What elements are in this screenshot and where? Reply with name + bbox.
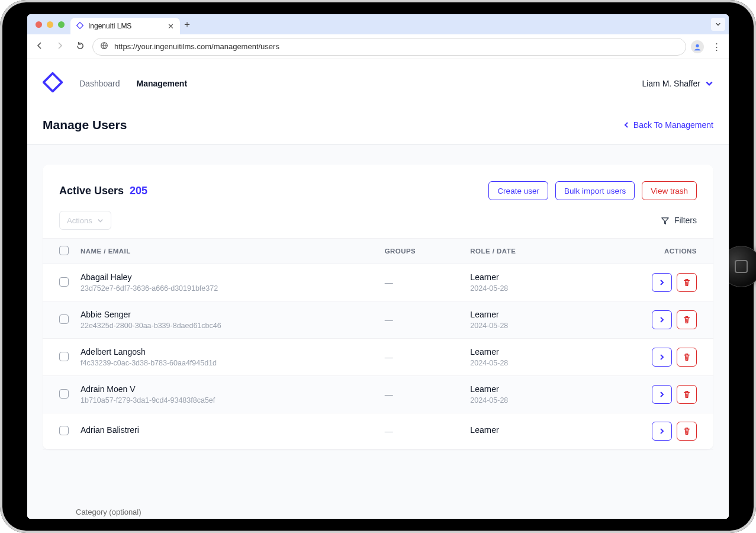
user-name-cell: Adrian Balistreri <box>81 425 373 435</box>
window-minimize-icon[interactable] <box>47 21 53 28</box>
user-groups-cell: — <box>385 352 393 362</box>
user-id-cell: 23d752e7-6df7-3636-a666-d30191bfe372 <box>81 284 373 293</box>
row-checkbox[interactable] <box>59 277 69 287</box>
nav-dashboard[interactable]: Dashboard <box>79 79 120 88</box>
delete-user-button[interactable] <box>677 385 697 404</box>
users-card: Active Users 205 Create user Bulk import… <box>43 165 713 449</box>
browser-tab-strip: Ingenuiti LMS ✕ ＋ <box>27 14 729 34</box>
chevron-down-icon <box>97 217 104 224</box>
col-actions: ACTIONS <box>579 239 713 264</box>
content-area: Active Users 205 Create user Bulk import… <box>27 145 729 519</box>
user-name-cell: Abbie Senger <box>81 310 373 319</box>
reload-button[interactable] <box>72 41 88 52</box>
users-table: NAME / EMAIL GROUPS ROLE / DATE ACTIONS … <box>43 238 713 449</box>
app-logo-diamond-icon[interactable] <box>43 72 63 95</box>
browser-menu-button[interactable]: ⋮ <box>709 41 724 52</box>
page-title: Manage Users <box>43 118 127 132</box>
filters-label: Filters <box>674 216 697 225</box>
browser-chrome: Ingenuiti LMS ✕ ＋ <box>27 14 729 59</box>
delete-user-button[interactable] <box>677 422 697 441</box>
view-trash-button[interactable]: View trash <box>642 181 697 200</box>
bulk-actions-label: Actions <box>67 216 92 225</box>
profile-avatar-button[interactable] <box>691 40 704 53</box>
browser-tab[interactable]: Ingenuiti LMS ✕ <box>70 18 180 34</box>
window-maximize-icon[interactable] <box>58 21 65 28</box>
chevron-down-icon <box>705 79 713 88</box>
open-user-button[interactable] <box>652 310 672 329</box>
main-nav: Dashboard Management <box>79 79 187 88</box>
open-user-button[interactable] <box>652 385 672 404</box>
col-name: NAME / EMAIL <box>75 239 379 264</box>
open-user-button[interactable] <box>652 273 672 292</box>
svg-point-1 <box>696 44 699 47</box>
user-name: Liam M. Shaffer <box>642 79 700 88</box>
user-role-cell: Learner <box>470 272 572 282</box>
table-row: Adelbert Langoshf4c33239-c0ac-3d38-b783-… <box>43 339 713 376</box>
open-user-button[interactable] <box>652 422 672 441</box>
window-traffic-lights <box>31 14 70 34</box>
user-role-cell: Learner <box>470 310 572 319</box>
page-bar: Manage Users Back To Management <box>27 108 729 145</box>
user-groups-cell: — <box>385 426 393 436</box>
user-name-cell: Abagail Haley <box>81 272 373 282</box>
table-row: Abagail Haley23d752e7-6df7-3636-a666-d30… <box>43 264 713 301</box>
user-groups-cell: — <box>385 390 393 399</box>
table-row: Adrian Balistreri—Learner <box>43 413 713 449</box>
delete-user-button[interactable] <box>677 273 697 292</box>
chevron-left-icon <box>623 121 630 129</box>
user-name-cell: Adelbert Langosh <box>81 347 373 357</box>
tab-favicon-diamond-icon <box>76 22 83 31</box>
col-groups: GROUPS <box>379 239 465 264</box>
tablet-screen: Ingenuiti LMS ✕ ＋ <box>27 14 729 519</box>
user-id-cell: f4c33239-c0ac-3d38-b783-60aa4f945d1d <box>81 359 373 367</box>
table-row: Abbie Senger22e4325d-2800-30aa-b339-8dae… <box>43 301 713 339</box>
user-role-cell: Learner <box>470 425 572 435</box>
address-bar[interactable]: https://your.ingenuitilms.com/management… <box>92 38 686 56</box>
user-date-cell: 2024-05-28 <box>470 359 572 367</box>
window-close-icon[interactable] <box>36 21 42 28</box>
back-to-management-link[interactable]: Back To Management <box>623 120 713 130</box>
user-groups-cell: — <box>385 315 393 325</box>
bulk-import-button[interactable]: Bulk import users <box>555 181 635 200</box>
user-date-cell: 2024-05-28 <box>470 284 572 293</box>
row-checkbox[interactable] <box>59 426 69 435</box>
user-name-cell: Adrain Moen V <box>81 384 373 394</box>
user-date-cell: 2024-05-28 <box>470 396 572 404</box>
open-user-button[interactable] <box>652 348 672 367</box>
user-role-cell: Learner <box>470 384 572 394</box>
tablet-frame: Ingenuiti LMS ✕ ＋ <box>0 0 756 533</box>
card-header: Active Users 205 Create user Bulk import… <box>43 181 713 211</box>
app-header: Dashboard Management Liam M. Shaffer <box>27 59 729 108</box>
col-role: ROLE / DATE <box>464 239 578 264</box>
delete-user-button[interactable] <box>677 348 697 367</box>
select-all-checkbox[interactable] <box>59 246 69 255</box>
user-role-cell: Learner <box>470 347 572 357</box>
tab-close-icon[interactable]: ✕ <box>168 22 174 31</box>
user-menu[interactable]: Liam M. Shaffer <box>642 79 713 88</box>
row-checkbox[interactable] <box>59 314 69 324</box>
user-date-cell: 2024-05-28 <box>470 322 572 330</box>
user-groups-cell: — <box>385 278 393 287</box>
delete-user-button[interactable] <box>677 310 697 329</box>
card-subbar: Actions Filters <box>43 211 713 238</box>
browser-toolbar: https://your.ingenuitilms.com/management… <box>27 34 729 59</box>
row-checkbox[interactable] <box>59 389 69 399</box>
filters-button[interactable]: Filters <box>661 216 697 225</box>
new-tab-button[interactable]: ＋ <box>180 18 194 31</box>
back-link-label: Back To Management <box>633 120 713 130</box>
create-user-button[interactable]: Create user <box>488 181 548 200</box>
nav-back-button[interactable] <box>32 41 47 52</box>
nav-management[interactable]: Management <box>137 79 188 88</box>
user-id-cell: 1b710a57-f279-3da1-9cd4-93483f8ca5ef <box>81 396 373 404</box>
nav-forward-button[interactable] <box>52 41 67 52</box>
url-text: https://your.ingenuitilms.com/management… <box>114 42 279 51</box>
card-actions: Create user Bulk import users View trash <box>488 181 697 200</box>
tab-title: Ingenuiti LMS <box>88 22 131 30</box>
tabs-overflow-button[interactable] <box>711 18 725 31</box>
active-users-count: 205 <box>130 185 147 197</box>
row-checkbox[interactable] <box>59 352 69 361</box>
site-info-globe-icon[interactable] <box>100 41 108 52</box>
card-title: Active Users <box>59 185 124 197</box>
user-id-cell: 22e4325d-2800-30aa-b339-8daed61cbc46 <box>81 322 373 330</box>
bulk-actions-dropdown[interactable]: Actions <box>59 211 111 230</box>
